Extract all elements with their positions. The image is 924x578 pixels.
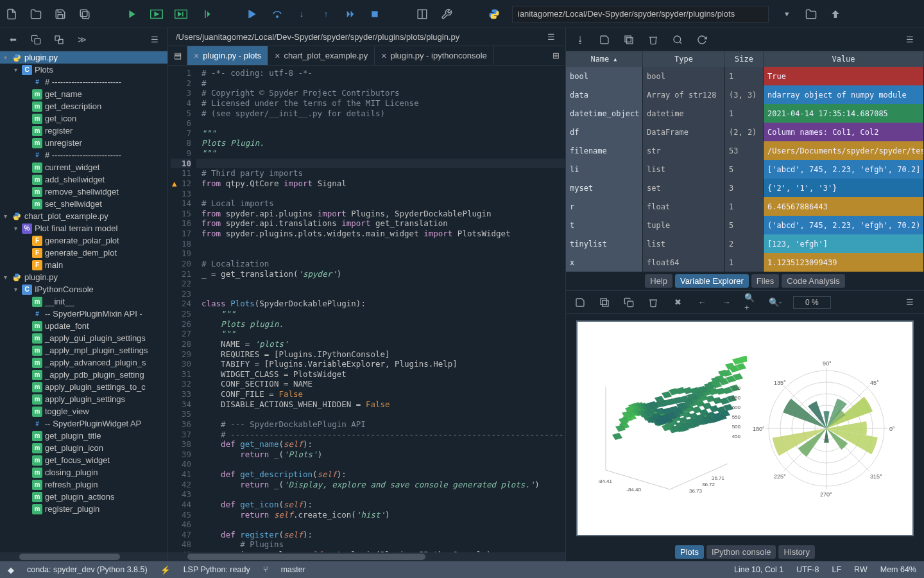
variable-row[interactable]: dataArray of str128(3, 3)ndarray object … — [566, 85, 924, 104]
delete-all-plots-icon[interactable]: ✖ — [671, 296, 684, 309]
run-cell-advance-icon[interactable] — [175, 8, 187, 21]
variable-explorer-menu-icon[interactable]: ☰ — [903, 33, 916, 46]
plots-menu-icon[interactable]: ☰ — [903, 296, 916, 309]
save-all-icon[interactable] — [78, 8, 91, 21]
import-data-icon[interactable]: ⭳ — [574, 33, 586, 46]
right-tab[interactable]: IPython console — [706, 545, 776, 559]
outline-item[interactable]: mapply_plugin_settings — [0, 393, 167, 405]
variable-table[interactable]: Name ▴ Type Size Value boolbool1Truedata… — [566, 51, 924, 272]
variable-row[interactable]: lilist5['abcd', 745, 2.23, 'efgh', 70.2] — [566, 160, 924, 179]
outline-menu-icon[interactable]: ☰ — [148, 33, 161, 46]
duplicate-icon[interactable] — [53, 33, 65, 46]
outline-hscrollbar[interactable] — [0, 552, 167, 561]
split-editor-icon[interactable]: ⊞ — [546, 46, 565, 65]
outline-item[interactable]: Fgenerate_polar_plot — [0, 234, 167, 247]
save-icon[interactable] — [54, 8, 67, 21]
parent-directory-icon[interactable] — [829, 8, 842, 21]
variable-row[interactable]: filenamestr53/Users/Documents/spyder/spy… — [566, 141, 924, 160]
outline-item[interactable]: mregister_plugin — [0, 503, 167, 515]
outline-item[interactable]: m_apply_advanced_plugin_s — [0, 356, 167, 369]
outline-item[interactable]: mrefresh_plugin — [0, 478, 167, 491]
outline-item[interactable]: mremove_shellwidget — [0, 186, 167, 198]
run-selection-icon[interactable] — [199, 8, 212, 21]
outline-item[interactable]: ## ------------------------- — [0, 76, 167, 88]
outline-tree[interactable]: ▾plugin.py▾CPlots## --------------------… — [0, 51, 167, 552]
search-variables-icon[interactable] — [671, 33, 684, 46]
right-tab[interactable]: Help — [645, 274, 672, 288]
right-tab[interactable]: Variable Explorer — [675, 274, 749, 288]
editor-menu-icon[interactable]: ☰ — [545, 31, 558, 44]
status-lsp[interactable]: LSP Python: ready — [184, 565, 250, 574]
status-mode[interactable]: RW — [854, 565, 868, 574]
variable-table-header[interactable]: Name ▴ Type Size Value — [566, 51, 924, 67]
save-plot-icon[interactable] — [574, 296, 586, 309]
plot-canvas[interactable]: 700650 600550 500450 -84.41-84.40 36.713… — [576, 320, 914, 536]
outline-item[interactable]: #-- SpyderPluginMixin API - — [0, 308, 167, 320]
outline-item[interactable]: mset_shellwidget — [0, 198, 167, 210]
collapse-icon[interactable]: ≫ — [76, 33, 89, 46]
editor-tab[interactable]: ×chart_plot_example.py — [268, 46, 375, 65]
status-branch[interactable]: master — [281, 565, 305, 574]
variable-row[interactable]: datetime_objectdatetime12021-04-14 17:35… — [566, 104, 924, 123]
outline-item[interactable]: mget_focus_widget — [0, 454, 167, 466]
python-path-icon[interactable] — [488, 8, 501, 21]
debug-step-over-icon[interactable] — [271, 8, 284, 21]
outline-item[interactable]: ## ------------------------- — [0, 149, 167, 161]
variable-row[interactable]: mysetset3{'2', '1', '3'} — [566, 179, 924, 197]
outline-item[interactable]: ▾CPlots — [0, 64, 167, 76]
delete-plot-icon[interactable] — [647, 296, 660, 309]
new-file-icon[interactable] — [5, 8, 18, 21]
outline-item[interactable]: ▾plugin.py — [0, 51, 167, 64]
tab-close-icon[interactable]: × — [194, 51, 199, 61]
working-directory-input[interactable] — [512, 6, 769, 22]
outline-item[interactable]: m_apply_gui_plugin_settings — [0, 332, 167, 344]
outline-item[interactable]: mtoggle_view — [0, 405, 167, 417]
variable-row[interactable]: boolbool1True — [566, 67, 924, 85]
tab-close-icon[interactable]: × — [381, 51, 386, 61]
status-conda[interactable]: conda: spyder_dev (Python 3.8.5) — [27, 565, 148, 574]
save-data-icon[interactable] — [598, 33, 611, 46]
save-all-plots-icon[interactable] — [598, 296, 611, 309]
outline-item[interactable]: mregister — [0, 125, 167, 137]
outline-item[interactable]: ▾CIPythonConsole — [0, 283, 167, 295]
outline-item[interactable]: ▾plugin.py — [0, 271, 167, 283]
right-tab[interactable]: Plots — [675, 545, 704, 559]
outline-item[interactable]: Fgenerate_dem_plot — [0, 247, 167, 259]
path-dropdown-icon[interactable]: ▾ — [780, 8, 793, 21]
delete-variable-icon[interactable] — [647, 33, 660, 46]
debug-step-in-icon[interactable]: ↓ — [295, 8, 308, 21]
editor-tab[interactable]: ×plugin.py - ipythonconsole — [375, 46, 494, 65]
variable-row[interactable]: rfloat16.46567886443 — [566, 197, 924, 216]
tab-list-icon[interactable]: ▤ — [168, 46, 187, 65]
outline-item[interactable]: mget_plugin_icon — [0, 442, 167, 454]
outline-item[interactable]: mclosing_plugin — [0, 466, 167, 478]
maximize-pane-icon[interactable] — [416, 8, 429, 21]
editor-hscrollbar[interactable] — [168, 552, 565, 561]
outline-item[interactable]: mapply_plugin_settings_to_c — [0, 381, 167, 393]
preferences-icon[interactable] — [440, 8, 453, 21]
variable-row[interactable]: ttuple5('abcd', 745, 2.23, 'efgh', 70.2) — [566, 216, 924, 234]
open-file-icon[interactable] — [30, 8, 42, 21]
debug-stop-icon[interactable] — [368, 8, 381, 21]
copy-plot-icon[interactable] — [622, 296, 635, 309]
outline-item[interactable]: #-- SpyderPluginWidget AP — [0, 417, 167, 430]
outline-item[interactable]: ▾chart_plot_example.py — [0, 210, 167, 222]
status-eol[interactable]: LF — [832, 565, 842, 574]
outline-item[interactable]: m_apply_mpl_plugin_settings — [0, 344, 167, 356]
right-tab[interactable]: Files — [751, 274, 779, 288]
copy-icon[interactable] — [30, 33, 42, 46]
debug-icon[interactable] — [246, 8, 259, 21]
outline-item[interactable]: m__init__ — [0, 295, 167, 308]
outline-item[interactable]: mget_icon — [0, 112, 167, 125]
outline-item[interactable]: mupdate_font — [0, 320, 167, 332]
next-plot-icon[interactable]: → — [720, 296, 733, 309]
editor-tab[interactable]: ×plugin.py - plots — [187, 46, 268, 65]
variable-row[interactable]: tinylistlist2[123, 'efgh'] — [566, 234, 924, 253]
outline-item[interactable]: mget_plugin_actions — [0, 491, 167, 503]
refresh-variables-icon[interactable] — [696, 33, 708, 46]
save-data-as-icon[interactable] — [622, 33, 635, 46]
outline-item[interactable]: madd_shellwidget — [0, 173, 167, 186]
outline-item[interactable]: mget_name — [0, 88, 167, 100]
status-kite-icon[interactable]: ◆ — [8, 565, 14, 575]
debug-step-out-icon[interactable]: ↑ — [320, 8, 332, 21]
